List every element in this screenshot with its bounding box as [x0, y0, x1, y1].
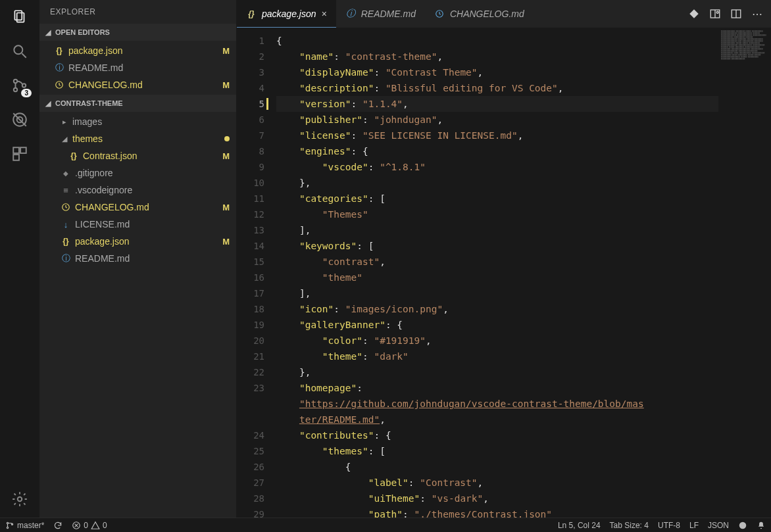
settings-icon[interactable] [11, 490, 29, 508]
clock-icon [61, 202, 71, 212]
branch-name: master* [17, 521, 44, 530]
item-label: package.json [75, 236, 216, 247]
encoding[interactable]: UTF-8 [658, 521, 680, 530]
chevron-right-icon: ▸ [61, 118, 68, 126]
svg-rect-10 [13, 147, 19, 153]
diff-icon[interactable] [688, 8, 700, 20]
file-label: package.json [68, 45, 216, 56]
svg-rect-11 [20, 147, 26, 153]
tab-label: package.json [262, 9, 316, 19]
scm-badge: 3 [21, 89, 32, 97]
tab-actions: ⋯ [688, 0, 771, 28]
problems[interactable]: 0 0 [72, 521, 107, 530]
code-content[interactable]: { "name": "contrast-theme", "displayName… [276, 28, 718, 518]
tab-label: README.md [361, 9, 416, 19]
search-icon[interactable] [11, 42, 29, 60]
tab-bar: {}package.json×ⓘREADME.mdCHANGELOG.md ⋯ [237, 0, 771, 28]
dirty-dot-icon [224, 136, 230, 141]
error-count: 0 [84, 521, 88, 530]
tab-label: CHANGELOG.md [450, 9, 524, 19]
language-mode[interactable]: JSON [708, 521, 729, 530]
tab-changelog-md[interactable]: CHANGELOG.md [425, 0, 534, 28]
arrow-icon [61, 219, 71, 230]
svg-point-5 [14, 88, 17, 91]
folder-item[interactable]: ▸images [39, 113, 236, 130]
file-label: README.md [68, 62, 230, 73]
modified-badge: M [222, 46, 230, 56]
modified-badge: M [222, 237, 230, 247]
warning-count: 0 [103, 521, 107, 530]
info-icon: ⓘ [345, 8, 356, 20]
svg-point-2 [14, 45, 22, 54]
tab-size[interactable]: Tab Size: 4 [610, 521, 649, 530]
item-label: images [72, 116, 230, 127]
info-icon [61, 253, 71, 264]
tab-package-json[interactable]: {}package.json× [237, 0, 336, 28]
svg-line-3 [22, 53, 26, 58]
close-icon[interactable]: × [322, 9, 327, 19]
json-icon [61, 236, 71, 247]
scm-icon[interactable]: 3 [11, 76, 29, 95]
svg-point-13 [18, 497, 22, 502]
item-label: README.md [75, 253, 230, 264]
open-editors-header[interactable]: ◢ OPEN EDITORS [39, 24, 236, 41]
feedback-icon[interactable] [738, 521, 747, 530]
item-label: .vscodeignore [75, 185, 230, 195]
minimap[interactable]: ██████████████████ ███████████ ███████ █… [718, 28, 771, 518]
extensions-icon[interactable] [11, 145, 29, 163]
project-label: CONTRAST-THEME [55, 99, 123, 107]
svg-point-19 [716, 11, 718, 13]
info-icon [54, 62, 64, 73]
debug-icon[interactable] [11, 110, 29, 129]
chevron-down-icon: ◢ [61, 135, 68, 143]
sidebar: EXPLORER ◢ OPEN EDITORS package.jsonMREA… [39, 0, 237, 518]
item-label: themes [72, 133, 220, 144]
item-label: Contrast.json [83, 151, 216, 161]
file-item[interactable]: LICENSE.md [39, 216, 236, 233]
bell-icon[interactable] [757, 521, 766, 530]
eol[interactable]: LF [689, 521, 699, 530]
item-label: LICENSE.md [75, 219, 230, 230]
git-branch[interactable]: master* [5, 521, 44, 530]
file-item[interactable]: CHANGELOG.mdM [39, 199, 236, 216]
more-icon[interactable]: ⋯ [751, 8, 763, 20]
json-icon [68, 151, 79, 161]
folder-item[interactable]: ◢themes [39, 130, 236, 147]
chevron-down-icon: ◢ [43, 99, 53, 108]
explorer-icon[interactable] [11, 8, 29, 26]
modified-badge: M [222, 203, 230, 212]
svg-rect-1 [17, 13, 24, 22]
modified-badge: M [222, 80, 230, 90]
svg-point-23 [7, 527, 8, 528]
code-body[interactable]: 1234567891011121314151617181920212223 24… [237, 28, 771, 518]
open-editor-item[interactable]: README.md [39, 59, 236, 76]
modified-badge: M [222, 151, 230, 161]
open-editor-item[interactable]: CHANGELOG.mdM [39, 76, 236, 93]
file-item[interactable]: .gitignore [39, 164, 236, 181]
editor-area: {}package.json×ⓘREADME.mdCHANGELOG.md ⋯ … [237, 0, 771, 518]
json-icon: {} [246, 9, 257, 18]
item-label: CHANGELOG.md [75, 202, 216, 212]
file-item[interactable]: README.md [39, 250, 236, 267]
clock-icon [54, 80, 64, 90]
cursor-position[interactable]: Ln 5, Col 24 [558, 521, 601, 530]
file-item[interactable]: Contrast.jsonM [39, 147, 236, 164]
open-editors-label: OPEN EDITORS [55, 28, 110, 36]
project-header[interactable]: ◢ CONTRAST-THEME [39, 95, 236, 112]
sync-icon[interactable] [53, 521, 62, 530]
svg-point-28 [739, 521, 747, 529]
svg-rect-12 [13, 155, 19, 160]
activity-bar: 3 [0, 0, 39, 518]
git-icon [61, 168, 71, 178]
gutter: 1234567891011121314151617181920212223 24… [237, 28, 276, 518]
clock-icon [434, 9, 445, 18]
file-item[interactable]: package.jsonM [39, 233, 236, 250]
file-label: CHANGELOG.md [68, 80, 216, 90]
tab-readme-md[interactable]: ⓘREADME.md [336, 0, 425, 28]
file-item[interactable]: .vscodeignore [39, 181, 236, 199]
item-label: .gitignore [75, 168, 230, 178]
open-editor-item[interactable]: package.jsonM [39, 42, 236, 59]
split-preview-icon[interactable] [709, 8, 721, 20]
sidebar-title: EXPLORER [39, 0, 236, 24]
split-editor-icon[interactable] [730, 8, 742, 20]
